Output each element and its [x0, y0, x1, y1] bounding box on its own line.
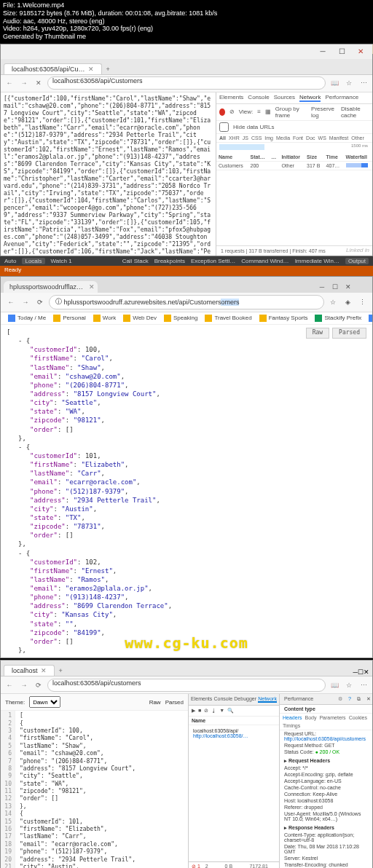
parsed-button[interactable]: Parsed [165, 699, 184, 706]
play-icon[interactable]: ▶ [192, 708, 195, 714]
close-button[interactable]: ✕ [364, 668, 369, 676]
tab-console[interactable]: Console [213, 696, 232, 703]
tab-network[interactable]: Network [258, 696, 277, 703]
col-type[interactable]: … [269, 153, 279, 162]
forward-icon[interactable]: → [18, 679, 30, 691]
view-list-icon[interactable]: ≡ [257, 108, 261, 115]
request-link[interactable]: http://localhost:63058/… [193, 733, 275, 738]
filter-other[interactable]: Other [351, 135, 364, 141]
stop-icon[interactable]: ■ [198, 708, 201, 714]
close-button[interactable]: ✕ [352, 46, 369, 58]
col-initiator[interactable]: Initiator [279, 153, 305, 162]
record-icon[interactable] [219, 108, 225, 116]
reading-view-icon[interactable]: 📖 [329, 77, 340, 89]
back-icon[interactable]: ← [4, 679, 15, 691]
bookmark[interactable]: Stackify Prefix [315, 315, 361, 322]
theme-select[interactable]: Dawn [29, 696, 60, 708]
reading-icon[interactable]: 📖 [329, 679, 340, 691]
bookmark[interactable]: My Drive - Google D [369, 315, 372, 322]
browser-tab[interactable]: localhost:63058/api/Cu… ✕ [4, 63, 102, 74]
favorite-icon[interactable]: ☆ [343, 679, 355, 691]
maximize-button[interactable]: ☐ [358, 668, 364, 676]
tab-elements[interactable]: Elements [191, 696, 212, 703]
clear-icon[interactable]: ⊘ [204, 708, 208, 714]
filter-img[interactable]: Img [264, 135, 273, 141]
network-row[interactable]: Customers 200 Other 317 B 407… [216, 161, 372, 170]
tab-performance[interactable]: Performance [325, 94, 358, 102]
status-locals[interactable]: Locals [22, 258, 44, 264]
close-button[interactable]: ✕ [342, 281, 354, 293]
export-icon[interactable]: ⭳ [211, 708, 216, 714]
reload-icon[interactable]: ⟳ [34, 296, 46, 308]
back-icon[interactable]: ← [4, 77, 15, 89]
col-time[interactable]: Time [324, 153, 344, 162]
search-icon[interactable]: 🔍 [227, 708, 234, 714]
request-name[interactable]: localhost:63058/api/ [193, 728, 275, 733]
col-waterfall[interactable]: Waterfall [344, 153, 372, 162]
filter-media[interactable]: Media [276, 135, 290, 141]
group-by-frame[interactable]: Group by frame [275, 106, 307, 119]
favorite-icon[interactable]: ☆ [343, 77, 355, 89]
tab-body[interactable]: Body [305, 715, 316, 720]
request-headers-section[interactable]: ▸ Request Headers [280, 755, 372, 765]
tab-console[interactable]: Console [248, 94, 269, 102]
tab-elements[interactable]: Elements [219, 94, 243, 102]
preserve-log[interactable]: Preserve log [311, 106, 337, 119]
bookmark[interactable]: Today / Me [8, 315, 46, 322]
status-output[interactable]: Output [345, 258, 369, 264]
filter-js[interactable]: JS [243, 135, 248, 141]
tab-network[interactable]: Network [299, 94, 321, 102]
request-url[interactable]: http://localhost:63058/api/customers [284, 736, 366, 741]
stop-icon[interactable]: ✕ [33, 77, 44, 89]
minimize-button[interactable]: ─ [316, 281, 328, 293]
filter-xhr[interactable]: XHR [229, 135, 240, 141]
status-watch[interactable]: Watch 1 [51, 258, 72, 264]
omnibox[interactable]: ⓘ hplussportswoodruff.azurewebsites.net/… [49, 295, 324, 309]
filter-ws[interactable]: WS [318, 135, 326, 141]
star-icon[interactable]: ☆ [327, 296, 339, 308]
maximize-button[interactable]: ☐ [333, 46, 350, 58]
col-size[interactable]: Size [305, 153, 324, 162]
response-headers-section[interactable]: ▸ Response Headers [280, 822, 372, 832]
view-grid-icon[interactable]: ▦ [265, 108, 271, 115]
back-icon[interactable]: ← [5, 296, 17, 308]
tab-headers[interactable]: Headers [283, 715, 302, 720]
bookmark[interactable]: Personal [53, 315, 86, 322]
status-breakpoints[interactable]: Breakpoints [154, 258, 185, 264]
column-name[interactable]: Name [189, 717, 279, 725]
filter-all[interactable]: All [219, 135, 226, 141]
bookmark[interactable]: Speaking [164, 315, 197, 322]
filter-manifest[interactable]: Manifest [329, 135, 348, 141]
filter-doc[interactable]: Doc [306, 135, 315, 141]
clear-icon[interactable]: ⊘ [229, 108, 235, 115]
filter-font[interactable]: Font [293, 135, 303, 141]
close-icon[interactable]: ✕ [88, 66, 94, 73]
status-exception[interactable]: Exception Setti… [191, 258, 235, 264]
tab-sources[interactable]: Sources [274, 94, 295, 102]
bookmark[interactable]: Work [93, 315, 117, 322]
raw-button[interactable]: Raw [149, 699, 161, 706]
status-callstack[interactable]: Call Stack [122, 258, 149, 264]
address-bar[interactable]: localhost:63058/api/customers [47, 679, 326, 692]
address-bar[interactable]: localhost:63058/api/Customers [47, 76, 326, 90]
tab-debugger[interactable]: Debugger [234, 696, 256, 703]
tab-parameters[interactable]: Parameters [319, 715, 345, 720]
bookmark[interactable]: Travel Booked [205, 315, 251, 322]
reload-icon[interactable]: ⟳ [33, 679, 44, 691]
menu-icon[interactable]: ⋮ [356, 296, 368, 308]
more-icon[interactable]: ⋯ [358, 77, 369, 89]
close-icon[interactable]: ✕ [89, 283, 95, 291]
tab-performance[interactable]: Performance [284, 696, 313, 702]
chrome-tab[interactable]: hplussportswoodrufflaz… ✕ [4, 281, 98, 293]
new-tab-button[interactable]: + [55, 666, 67, 676]
col-status[interactable]: Stat… [248, 153, 270, 162]
filter-icon[interactable]: ▼ [219, 708, 224, 714]
bookmark[interactable]: Web Dev [123, 315, 157, 322]
parsed-button[interactable]: Parsed [332, 328, 366, 339]
extension-icon[interactable]: ◈ [342, 296, 353, 308]
forward-icon[interactable]: → [18, 77, 30, 89]
filter-css[interactable]: CSS [251, 135, 262, 141]
disable-cache[interactable]: Disable cache [341, 106, 369, 119]
bookmark[interactable]: Fantasy Sports [259, 315, 308, 322]
hide-data-urls-checkbox[interactable] [219, 122, 229, 132]
